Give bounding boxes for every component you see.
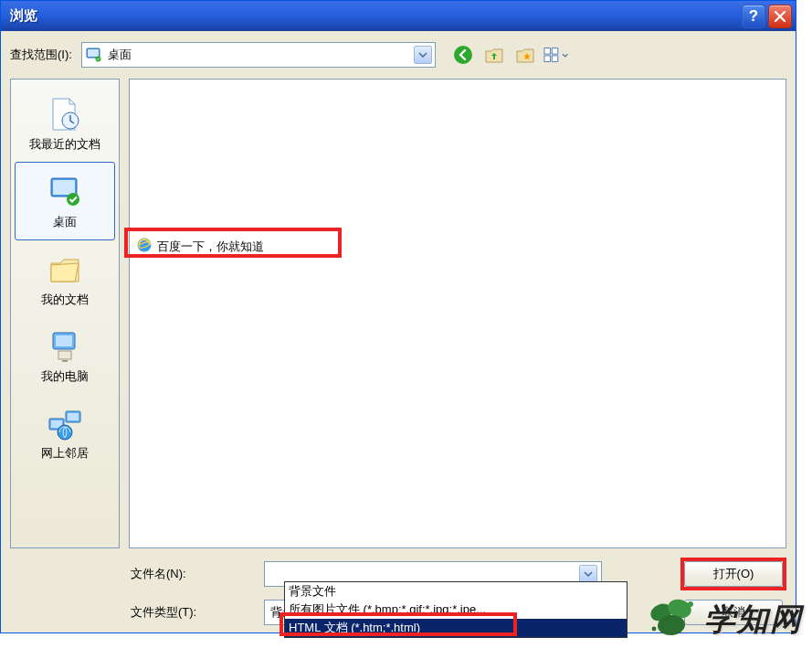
place-network[interactable]: 网上邻居 — [15, 394, 115, 471]
filename-label: 文件名(N): — [129, 566, 264, 582]
open-button[interactable]: 打开(O) — [684, 561, 783, 587]
place-mydocs-label: 我的文档 — [18, 292, 111, 308]
svg-rect-5 — [552, 48, 558, 55]
recent-docs-icon — [18, 94, 111, 134]
svg-rect-4 — [544, 48, 551, 55]
svg-point-26 — [688, 601, 693, 607]
network-icon — [18, 403, 111, 443]
desktop-place-icon — [19, 172, 111, 212]
back-button[interactable] — [450, 43, 476, 67]
look-in-value: 桌面 — [108, 47, 414, 63]
file-item-name: 百度一下，你就知道 — [157, 239, 264, 255]
svg-rect-10 — [53, 180, 75, 195]
filetype-dropdown-list[interactable]: 背景文件 所有图片文件 (*.bmp;*.gif;*.jpg;*.jpe... … — [284, 581, 627, 638]
main-area: 我最近的文档 桌面 我的文档 — [10, 79, 786, 548]
look-in-row: 查找范围(I): 桌面 — [10, 38, 786, 71]
look-in-label: 查找范围(I): — [10, 47, 72, 63]
svg-point-11 — [67, 193, 79, 206]
svg-rect-1 — [88, 49, 99, 57]
places-bar: 我最近的文档 桌面 我的文档 — [10, 79, 120, 548]
filetype-label: 文件类型(T): — [129, 604, 264, 621]
filetype-option-selected[interactable]: HTML 文档 (*.htm;*.html) — [285, 619, 627, 637]
place-desktop[interactable]: 桌面 — [15, 162, 115, 240]
svg-point-27 — [652, 627, 657, 632]
filetype-option[interactable]: 所有图片文件 (*.bmp;*.gif;*.jpg;*.jpe... — [285, 601, 627, 619]
file-item[interactable]: 百度一下，你就知道 — [132, 235, 268, 258]
place-recent[interactable]: 我最近的文档 — [15, 85, 115, 162]
svg-rect-7 — [552, 56, 558, 62]
desktop-icon — [85, 47, 103, 63]
watermark-text: 学知网 — [704, 599, 803, 641]
place-desktop-label: 桌面 — [19, 214, 111, 230]
client-area: 查找范围(I): 桌面 — [1, 31, 796, 632]
svg-rect-15 — [62, 360, 68, 362]
window-title: 浏览 — [10, 7, 739, 25]
new-folder-button[interactable] — [512, 43, 538, 67]
titlebar[interactable]: 浏览 ? — [1, 1, 796, 31]
svg-rect-14 — [58, 351, 71, 359]
mydocs-icon — [18, 250, 111, 290]
watermark: 学知网 — [647, 596, 803, 643]
place-mycomputer-label: 我的电脑 — [18, 368, 111, 385]
view-menu-button[interactable] — [543, 43, 569, 67]
mycomputer-icon — [18, 326, 111, 367]
svg-rect-6 — [544, 56, 551, 62]
up-button[interactable] — [481, 43, 507, 67]
filetype-option[interactable]: 背景文件 — [285, 582, 627, 601]
place-mycomputer[interactable]: 我的电脑 — [15, 317, 115, 394]
svg-rect-13 — [56, 335, 72, 346]
annotation-highlight-open: 打开(O) — [680, 558, 786, 590]
close-button[interactable] — [768, 5, 792, 28]
help-button[interactable]: ? — [742, 5, 765, 28]
nav-toolbar — [450, 43, 569, 67]
filename-chevron-down-icon[interactable] — [579, 565, 597, 583]
svg-rect-19 — [68, 413, 79, 420]
file-browse-dialog: 浏览 ? 查找范围(I): 桌面 — [0, 0, 796, 633]
ie-page-icon — [136, 237, 153, 256]
file-list-pane[interactable]: 百度一下，你就知道 — [129, 79, 786, 548]
watermark-logo-icon — [647, 596, 697, 643]
look-in-chevron-down-icon[interactable] — [414, 46, 432, 64]
place-recent-label: 我最近的文档 — [18, 136, 111, 153]
look-in-combo[interactable]: 桌面 — [81, 42, 436, 68]
place-network-label: 网上邻居 — [18, 445, 111, 462]
place-mydocs[interactable]: 我的文档 — [15, 240, 115, 317]
svg-point-3 — [454, 46, 472, 64]
